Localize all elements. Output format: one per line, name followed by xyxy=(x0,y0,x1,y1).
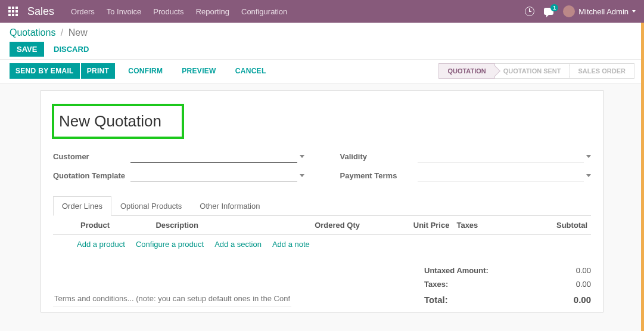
taxes-label: Taxes: xyxy=(424,280,448,289)
chevron-down-icon[interactable] xyxy=(586,174,591,177)
col-subtotal: Subtotal xyxy=(512,216,591,235)
breadcrumb-separator: / xyxy=(61,27,63,38)
status-quotation-sent[interactable]: QUOTATION SENT xyxy=(494,63,570,79)
add-links: Add a product Configure a product Add a … xyxy=(53,235,591,261)
untaxed-label: Untaxed Amount: xyxy=(424,266,489,275)
send-by-email-button[interactable]: SEND BY EMAIL xyxy=(10,63,80,79)
status-sales-order[interactable]: SALES ORDER xyxy=(570,63,634,79)
breadcrumb: Quotations / New xyxy=(10,27,634,38)
col-taxes: Taxes xyxy=(453,216,512,235)
untaxed-value: 0.00 xyxy=(561,266,591,275)
col-unit-price: Unit Price xyxy=(363,216,453,235)
status-quotation[interactable]: QUOTATION xyxy=(438,63,494,79)
tab-optional-products[interactable]: Optional Products xyxy=(111,196,191,216)
user-menu[interactable]: Mitchell Admin xyxy=(563,5,636,17)
totals: Untaxed Amount: 0.00 Taxes: 0.00 Total: … xyxy=(424,264,591,307)
nav-products[interactable]: Products xyxy=(153,7,183,16)
chevron-down-icon[interactable] xyxy=(300,155,304,158)
customer-field[interactable] xyxy=(130,150,297,163)
status-bar: QUOTATION QUOTATION SENT SALES ORDER xyxy=(439,63,634,79)
breadcrumb-current: New xyxy=(69,27,88,38)
app-name[interactable]: Sales xyxy=(27,5,54,18)
control-bar: Quotations / New SAVE DISCARD xyxy=(0,23,644,60)
avatar xyxy=(563,5,575,17)
terms-field[interactable] xyxy=(53,290,291,307)
chevron-down-icon[interactable] xyxy=(300,174,304,177)
tab-other-information[interactable]: Other Information xyxy=(191,196,269,216)
label-quotation-template: Quotation Template xyxy=(53,171,130,180)
add-note-link[interactable]: Add a note xyxy=(272,240,310,249)
confirm-button[interactable]: CONFIRM xyxy=(122,63,169,79)
tab-order-lines[interactable]: Order Lines xyxy=(53,196,111,216)
configure-product-link[interactable]: Configure a product xyxy=(136,240,204,249)
order-lines-table: Product Description Ordered Qty Unit Pri… xyxy=(53,216,591,235)
activity-icon[interactable] xyxy=(525,7,534,16)
apps-icon[interactable] xyxy=(8,7,18,16)
nav-links: Orders To Invoice Products Reporting Con… xyxy=(71,7,525,16)
quotation-template-field[interactable] xyxy=(130,169,297,182)
chevron-down-icon[interactable] xyxy=(586,155,591,158)
user-name: Mitchell Admin xyxy=(578,7,629,16)
preview-button[interactable]: PREVIEW xyxy=(176,63,222,79)
action-bar: SEND BY EMAIL PRINT CONFIRM PREVIEW CANC… xyxy=(0,60,644,84)
total-value: 0.00 xyxy=(561,295,591,305)
print-button[interactable]: PRINT xyxy=(81,63,116,79)
top-icons: 1 Mitchell Admin xyxy=(525,5,636,17)
chat-badge: 1 xyxy=(550,4,558,11)
cancel-button[interactable]: CANCEL xyxy=(229,63,272,79)
nav-reporting[interactable]: Reporting xyxy=(196,7,229,16)
col-description: Description xyxy=(152,216,255,235)
taxes-value: 0.00 xyxy=(561,280,591,289)
col-product: Product xyxy=(77,216,152,235)
total-label: Total: xyxy=(424,295,448,305)
nav-configuration[interactable]: Configuration xyxy=(241,7,287,16)
label-validity: Validity xyxy=(340,152,418,161)
page-title: New Quotation xyxy=(59,112,161,131)
chevron-down-icon xyxy=(632,10,636,13)
nav-to-invoice[interactable]: To Invoice xyxy=(107,7,142,16)
title-highlight: New Quotation xyxy=(52,104,184,139)
breadcrumb-parent[interactable]: Quotations xyxy=(10,27,55,38)
col-ordered-qty: Ordered Qty xyxy=(255,216,363,235)
topbar: Sales Orders To Invoice Products Reporti… xyxy=(0,0,644,23)
form-sheet: New Quotation Customer Quotation Templat… xyxy=(41,90,603,313)
payment-terms-field[interactable] xyxy=(418,169,584,182)
save-button[interactable]: SAVE xyxy=(10,42,44,57)
messaging-icon[interactable]: 1 xyxy=(544,8,553,15)
validity-field[interactable] xyxy=(418,150,584,163)
label-customer: Customer xyxy=(53,152,130,161)
nav-orders[interactable]: Orders xyxy=(71,7,95,16)
label-payment-terms: Payment Terms xyxy=(340,171,418,180)
right-edge-accent xyxy=(641,23,644,331)
add-product-link[interactable]: Add a product xyxy=(77,240,125,249)
tabs: Order Lines Optional Products Other Info… xyxy=(53,196,591,216)
add-section-link[interactable]: Add a section xyxy=(214,240,262,249)
discard-button[interactable]: DISCARD xyxy=(46,42,96,57)
